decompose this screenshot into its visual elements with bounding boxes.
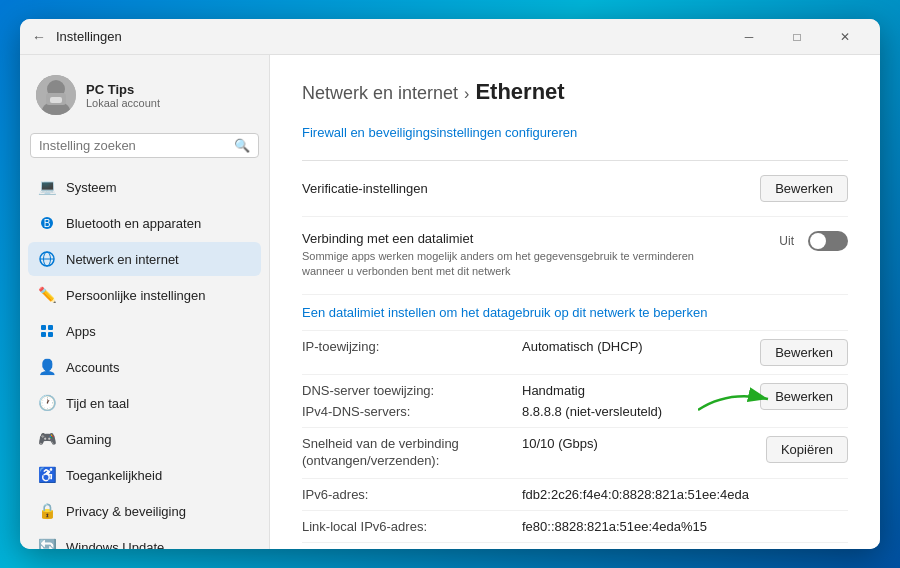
settings-section: Verificatie-instellingen Bewerken Verbin… xyxy=(302,160,848,549)
nav-item-netwerk[interactable]: Netwerk en internet xyxy=(28,242,261,276)
minimize-button[interactable]: ─ xyxy=(726,21,772,53)
svg-rect-11 xyxy=(48,325,53,330)
ip-row: IP-toewijzing: Automatisch (DHCP) Bewerk… xyxy=(302,331,848,375)
titlebar-left: ← Instellingen xyxy=(32,29,122,45)
apps-icon xyxy=(38,322,56,340)
main-panel: Netwerk en internet › Ethernet Firewall … xyxy=(270,55,880,549)
toggle-label: Uit xyxy=(779,234,794,248)
breadcrumb-chevron: › xyxy=(464,85,469,103)
nav-item-accounts[interactable]: 👤 Accounts xyxy=(28,350,261,384)
back-button[interactable]: ← xyxy=(32,29,46,45)
snelheid-value: 10/10 (Gbps) xyxy=(522,436,756,451)
main-content: PC Tips Lokaal account 🔍 💻 Systeem B xyxy=(20,55,880,549)
svg-rect-4 xyxy=(50,97,62,103)
firewall-link[interactable]: Firewall en beveiligingsinstellingen con… xyxy=(302,125,848,140)
systeem-icon: 💻 xyxy=(38,178,56,196)
search-input[interactable] xyxy=(39,138,228,153)
bluetooth-icon: B xyxy=(38,214,56,232)
ip-value: Automatisch (DHCP) xyxy=(522,339,750,354)
datalimit-link[interactable]: Een datalimiet instellen om het datagebr… xyxy=(302,295,848,331)
accounts-icon: 👤 xyxy=(38,358,56,376)
verificatie-label: Verificatie-instellingen xyxy=(302,181,760,196)
nav-item-update[interactable]: 🔄 Windows Update xyxy=(28,530,261,549)
netwerk-icon xyxy=(38,250,56,268)
svg-rect-13 xyxy=(48,332,53,337)
maximize-button[interactable]: □ xyxy=(774,21,820,53)
linklocal-row: Link-local IPv6-adres: fe80::8828:821a:5… xyxy=(302,511,848,543)
titlebar: ← Instellingen ─ □ ✕ xyxy=(20,19,880,55)
nav-item-privacy[interactable]: 🔒 Privacy & beveiliging xyxy=(28,494,261,528)
snelheid-row: Snelheid van de verbinding (ontvangen/ve… xyxy=(302,428,848,479)
verificatie-row: Verificatie-instellingen Bewerken xyxy=(302,161,848,217)
dns-row: DNS-server toewijzing: Handmatig IPv4-DN… xyxy=(302,375,848,428)
snelheid-btn[interactable]: Kopiëren xyxy=(766,436,848,463)
verbinding-desc: Sommige apps werken mogelijk anders om h… xyxy=(302,249,702,280)
user-section: PC Tips Lokaal account xyxy=(28,67,261,127)
settings-window: ← Instellingen ─ □ ✕ xyxy=(20,19,880,549)
gaming-icon: 🎮 xyxy=(38,430,56,448)
verbinding-row: Verbinding met een datalimiet Sommige ap… xyxy=(302,217,848,295)
privacy-icon: 🔒 xyxy=(38,502,56,520)
search-icon: 🔍 xyxy=(234,138,250,153)
ipv6dns-row: IPv6-DNS-servers: fe80::21c:42ff:fe00:18… xyxy=(302,543,848,549)
nav-item-gaming[interactable]: 🎮 Gaming xyxy=(28,422,261,456)
nav-item-systeem[interactable]: 💻 Systeem xyxy=(28,170,261,204)
toegankelijkheid-icon: ♿ xyxy=(38,466,56,484)
svg-rect-10 xyxy=(41,325,46,330)
nav-item-toegankelijkheid[interactable]: ♿ Toegankelijkheid xyxy=(28,458,261,492)
linklocal-value: fe80::8828:821a:51ee:4eda%15 xyxy=(522,519,848,534)
dns-label1: DNS-server toewijzing: xyxy=(302,383,522,398)
ipv6-row: IPv6-adres: fdb2:2c26:f4e4:0:8828:821a:5… xyxy=(302,479,848,511)
nav-item-tijd[interactable]: 🕐 Tijd en taal xyxy=(28,386,261,420)
verbinding-label: Verbinding met een datalimiet xyxy=(302,231,779,246)
page-header: Netwerk en internet › Ethernet xyxy=(302,79,848,105)
user-subtitle: Lokaal account xyxy=(86,97,160,109)
titlebar-controls: ─ □ ✕ xyxy=(726,21,868,53)
arrow-indicator xyxy=(698,385,778,415)
close-button[interactable]: ✕ xyxy=(822,21,868,53)
page-title: Ethernet xyxy=(475,79,564,105)
nav-item-bluetooth[interactable]: B Bluetooth en apparaten xyxy=(28,206,261,240)
ip-btn[interactable]: Bewerken xyxy=(760,339,848,366)
sidebar: PC Tips Lokaal account 🔍 💻 Systeem B xyxy=(20,55,270,549)
svg-text:B: B xyxy=(44,218,51,229)
user-info: PC Tips Lokaal account xyxy=(86,82,160,109)
persoonlijk-icon: ✏️ xyxy=(38,286,56,304)
verbinding-toggle[interactable] xyxy=(808,231,848,251)
ip-label: IP-toewijzing: xyxy=(302,339,522,354)
avatar xyxy=(36,75,76,115)
svg-rect-12 xyxy=(41,332,46,337)
window-title: Instellingen xyxy=(56,29,122,44)
verificatie-btn[interactable]: Bewerken xyxy=(760,175,848,202)
ipv6-label: IPv6-adres: xyxy=(302,487,522,502)
dns-label2: IPv4-DNS-servers: xyxy=(302,404,522,419)
nav-item-apps[interactable]: Apps xyxy=(28,314,261,348)
ipv6-value: fdb2:2c26:f4e4:0:8828:821a:51ee:4eda xyxy=(522,487,848,502)
breadcrumb-parent: Netwerk en internet xyxy=(302,83,458,104)
snelheid-label: Snelheid van de verbinding (ontvangen/ve… xyxy=(302,436,522,470)
toggle-knob xyxy=(810,233,826,249)
user-name: PC Tips xyxy=(86,82,160,97)
search-box[interactable]: 🔍 xyxy=(30,133,259,158)
linklocal-label: Link-local IPv6-adres: xyxy=(302,519,522,534)
update-icon: 🔄 xyxy=(38,538,56,549)
nav-item-persoonlijk[interactable]: ✏️ Persoonlijke instellingen xyxy=(28,278,261,312)
tijd-icon: 🕐 xyxy=(38,394,56,412)
